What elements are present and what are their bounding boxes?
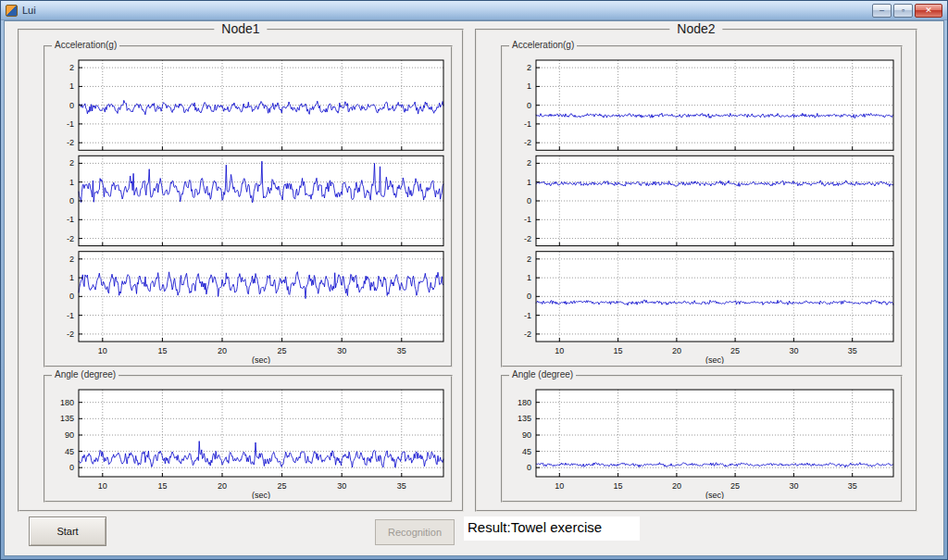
svg-text:0: 0 [527, 292, 531, 301]
svg-text:20: 20 [218, 346, 227, 355]
svg-text:1: 1 [527, 81, 531, 91]
svg-text:0: 0 [527, 463, 531, 472]
node1-angle-chart: 04590135180101520253035(sec) [47, 382, 449, 499]
svg-text:(sec): (sec) [252, 355, 270, 364]
node2-acceleration-groupbox: Acceleration(g) -2-1012-2-1012-2-1012101… [501, 45, 903, 367]
node1-acceleration-chart: -2-1012-2-1012-2-1012101520253035(sec) [47, 53, 449, 364]
node2-acceleration-chart: -2-1012-2-1012-2-1012101520253035(sec) [505, 53, 899, 364]
figure-canvas: Node1 Acceleration(g) -2-1012-2-1012-2-1… [4, 20, 944, 556]
svg-text:180: 180 [60, 398, 74, 407]
start-button[interactable]: Start [29, 516, 106, 546]
svg-text:-2: -2 [524, 234, 531, 243]
svg-text:2: 2 [69, 158, 74, 168]
node2-angle-chart: 04590135180101520253035(sec) [505, 382, 899, 499]
svg-text:(sec): (sec) [705, 491, 724, 499]
node1-panel: Node1 Acceleration(g) -2-1012-2-1012-2-1… [18, 29, 464, 512]
recognition-button[interactable]: Recognition [375, 519, 455, 545]
minimize-button-icon[interactable]: – [872, 4, 892, 18]
svg-text:2: 2 [527, 255, 531, 264]
svg-text:15: 15 [157, 346, 167, 355]
svg-text:10: 10 [555, 481, 564, 491]
svg-text:-1: -1 [524, 119, 531, 129]
svg-text:1: 1 [527, 273, 531, 282]
svg-text:2: 2 [69, 255, 74, 264]
svg-text:25: 25 [278, 481, 287, 491]
svg-text:135: 135 [60, 414, 74, 423]
svg-text:90: 90 [65, 430, 74, 440]
svg-text:2: 2 [527, 63, 531, 72]
svg-text:1: 1 [69, 273, 74, 282]
close-button-icon[interactable]: ✕ [915, 4, 942, 18]
svg-text:(sec): (sec) [705, 355, 724, 364]
svg-text:35: 35 [397, 481, 406, 491]
svg-text:30: 30 [337, 481, 346, 491]
svg-text:20: 20 [672, 481, 681, 491]
svg-text:-2: -2 [524, 330, 531, 339]
svg-text:-1: -1 [524, 311, 531, 320]
svg-text:15: 15 [157, 481, 167, 491]
node2-angle-label: Angle (degree) [509, 369, 576, 380]
app-icon [6, 5, 18, 17]
svg-text:30: 30 [337, 346, 346, 355]
svg-text:-1: -1 [524, 215, 531, 224]
maximize-button-icon[interactable]: ▫ [893, 4, 913, 18]
node1-angle-groupbox: Angle (degree) 04590135180101520253035(s… [44, 375, 453, 503]
node2-acceleration-label: Acceleration(g) [509, 40, 577, 50]
svg-text:-2: -2 [67, 138, 74, 147]
node1-acceleration-groupbox: Acceleration(g) -2-1012-2-1012-2-1012101… [44, 45, 453, 367]
svg-text:135: 135 [518, 414, 531, 423]
svg-text:35: 35 [397, 346, 406, 355]
svg-text:20: 20 [672, 346, 681, 355]
svg-text:-1: -1 [67, 215, 74, 224]
node1-panel-title: Node1 [214, 21, 267, 36]
svg-text:1: 1 [69, 178, 74, 187]
svg-text:-1: -1 [67, 311, 74, 320]
svg-text:0: 0 [69, 101, 74, 110]
svg-text:25: 25 [730, 346, 740, 355]
svg-text:15: 15 [614, 346, 623, 355]
svg-text:-2: -2 [67, 330, 74, 339]
svg-text:-1: -1 [67, 119, 74, 129]
app-window: Lui – ▫ ✕ Node1 Acceleration(g) -2-1012-… [0, 0, 948, 560]
svg-text:1: 1 [527, 178, 531, 187]
result-text: Result:Towel exercise [464, 516, 640, 541]
svg-text:1: 1 [69, 81, 74, 91]
svg-text:0: 0 [527, 196, 531, 205]
svg-text:0: 0 [527, 101, 531, 110]
node2-panel: Node2 Acceleration(g) -2-1012-2-1012-2-1… [475, 29, 917, 512]
node1-acceleration-label: Acceleration(g) [52, 40, 119, 50]
svg-text:25: 25 [730, 481, 740, 491]
svg-text:25: 25 [278, 346, 287, 355]
svg-text:15: 15 [614, 481, 623, 491]
window-title: Lui [22, 5, 36, 16]
svg-text:0: 0 [69, 196, 74, 205]
svg-text:180: 180 [518, 398, 531, 407]
svg-text:-2: -2 [67, 234, 74, 243]
svg-text:0: 0 [69, 292, 74, 301]
node2-panel-title: Node2 [669, 21, 722, 36]
svg-text:10: 10 [98, 346, 107, 355]
svg-text:0: 0 [69, 463, 74, 472]
svg-text:45: 45 [65, 447, 74, 456]
svg-text:35: 35 [848, 481, 857, 491]
node2-angle-groupbox: Angle (degree) 04590135180101520253035(s… [501, 375, 903, 503]
titlebar[interactable]: Lui – ▫ ✕ [1, 1, 947, 20]
svg-text:35: 35 [848, 346, 857, 355]
node1-angle-label: Angle (degree) [52, 369, 118, 380]
svg-text:10: 10 [555, 346, 564, 355]
svg-text:20: 20 [218, 481, 227, 491]
svg-text:30: 30 [789, 481, 798, 491]
svg-text:45: 45 [522, 447, 531, 456]
window-controls: – ▫ ✕ [872, 4, 942, 18]
svg-text:2: 2 [527, 158, 531, 168]
svg-text:(sec): (sec) [252, 491, 270, 499]
svg-text:30: 30 [789, 346, 798, 355]
svg-text:-2: -2 [524, 138, 531, 147]
svg-text:2: 2 [69, 63, 74, 72]
svg-text:90: 90 [522, 430, 531, 440]
svg-text:10: 10 [98, 481, 107, 491]
